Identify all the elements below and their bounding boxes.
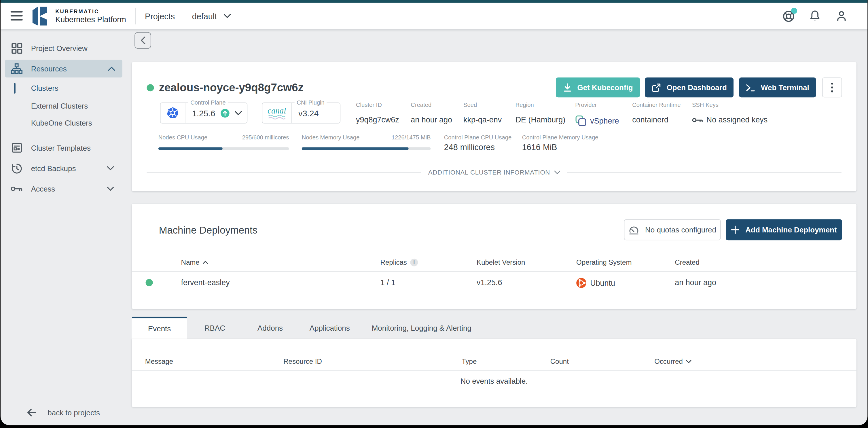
sort-ascending-icon <box>203 261 208 264</box>
info-value: y9q8g7cw6z <box>356 115 399 125</box>
column-header-occurred[interactable]: Occurred <box>654 357 692 366</box>
get-kubeconfig-button[interactable]: Get Kubeconfig <box>556 78 640 97</box>
sidebar-label: Resources <box>31 64 67 73</box>
os-label: Ubuntu <box>590 278 615 288</box>
usage-value: 1226/1475 MiB <box>392 134 431 141</box>
cell-replicas: 1 / 1 <box>380 278 395 287</box>
plus-icon <box>731 225 740 234</box>
button-label: Open Dashboard <box>667 83 727 92</box>
chevron-up-icon <box>108 66 115 71</box>
cell-name: fervent-easley <box>181 278 230 287</box>
hamburger-menu-button[interactable] <box>9 9 24 23</box>
info-provider: Provider vSphere <box>575 101 619 127</box>
cell-operating-system: Ubuntu <box>576 278 615 288</box>
info-value: containerd <box>632 115 681 125</box>
column-header-name[interactable]: Name <box>181 258 209 267</box>
external-link-icon <box>652 83 661 92</box>
column-header-kubelet-version: Kubelet Version <box>476 258 525 267</box>
canal-logo-text: canal <box>268 106 286 114</box>
column-header-created: Created <box>675 258 700 267</box>
version-dropdown-chevron[interactable] <box>235 110 242 115</box>
info-region: Region DE (Hamburg) <box>516 101 565 125</box>
key-icon <box>692 117 703 123</box>
column-header-replicas: Replicas i <box>380 258 418 267</box>
vertical-dots-icon <box>831 82 833 92</box>
chevron-down-icon <box>107 187 114 191</box>
tab-label: Events <box>148 324 171 333</box>
tab-rbac[interactable]: RBAC <box>187 317 243 339</box>
chevron-left-icon <box>140 36 146 45</box>
kubermatic-logo[interactable] <box>31 6 50 26</box>
sidebar-item-etcd-backups[interactable]: etcd Backups <box>1 159 127 177</box>
tab-applications[interactable]: Applications <box>298 317 362 339</box>
terminal-icon <box>746 83 755 92</box>
template-card-icon <box>11 142 23 153</box>
web-terminal-button[interactable]: Web Terminal <box>739 78 816 97</box>
sidebar-item-resources[interactable]: Resources <box>5 60 122 78</box>
back-button[interactable] <box>134 32 151 49</box>
bell-icon <box>808 9 822 23</box>
sidebar-item-access[interactable]: Access <box>1 180 127 198</box>
back-to-projects-link[interactable]: back to projects <box>1 406 127 419</box>
ubuntu-icon <box>576 278 586 288</box>
row-status-dot <box>146 279 153 286</box>
sidebar-label: Project Overview <box>31 44 88 53</box>
additional-cluster-information-toggle[interactable]: ADDITIONAL CLUSTER INFORMATION <box>147 167 841 177</box>
events-panel: Message Resource ID Type Count Occurred … <box>132 339 857 407</box>
column-header-message: Message <box>145 357 174 366</box>
additional-info-label: ADDITIONAL CLUSTER INFORMATION <box>428 169 550 175</box>
sidebar-label: Cluster Templates <box>31 144 91 152</box>
machine-deployments-card: Machine Deployments No quotas configured… <box>132 204 857 309</box>
info-value: vSphere <box>590 116 619 126</box>
tab-events[interactable]: Events <box>132 317 187 339</box>
info-value: DE (Hamburg) <box>516 115 565 125</box>
quota-status-button[interactable]: No quotas configured <box>624 219 720 240</box>
info-ssh-keys: SSH Keys No assigned keys <box>692 101 768 125</box>
gauge-icon <box>628 224 639 235</box>
canal-logo: canal <box>262 103 292 123</box>
control-plane-memory-value: 1616 MiB <box>522 142 557 152</box>
button-label: Get Kubeconfig <box>577 83 633 92</box>
column-header-operating-system: Operating System <box>576 258 631 267</box>
key-icon <box>11 185 23 193</box>
control-plane-label: Control Plane <box>188 98 228 106</box>
control-plane-version-control[interactable]: Control Plane 1.25.6 <box>160 102 248 124</box>
sidebar: Project Overview Resources Clusters Exte… <box>1 29 127 425</box>
info-icon: i <box>410 258 418 267</box>
info-value: No assigned keys <box>707 115 768 125</box>
add-machine-deployment-button[interactable]: Add Machine Deployment <box>726 219 842 240</box>
top-accent-strip <box>1 0 867 3</box>
progress-fill <box>302 147 409 150</box>
info-label: Container Runtime <box>632 101 681 109</box>
open-dashboard-button[interactable]: Open Dashboard <box>645 78 734 97</box>
table-divider <box>132 370 857 371</box>
support-menu-button[interactable] <box>781 9 796 23</box>
sidebar-item-cluster-templates[interactable]: Cluster Templates <box>1 139 127 157</box>
info-created: Created an hour ago <box>411 101 452 125</box>
cni-plugin-label: CNI Plugin <box>294 98 327 106</box>
nav-section-title: Projects <box>145 11 175 21</box>
notifications-button[interactable] <box>808 9 822 23</box>
column-header-count: Count <box>550 357 569 366</box>
info-label: SSH Keys <box>692 101 768 109</box>
column-label: Message <box>145 357 174 366</box>
tab-monitoring-logging-alerting[interactable]: Monitoring, Logging & Alerting <box>362 317 482 339</box>
machine-deployments-title: Machine Deployments <box>159 224 257 237</box>
sidebar-item-project-overview[interactable]: Project Overview <box>1 39 127 57</box>
nodes-memory-usage: Nodes Memory Usage 1226/1475 MiB <box>302 134 431 141</box>
info-label: Seed <box>463 101 502 109</box>
cell-kubelet-version: v1.25.6 <box>476 278 502 287</box>
project-selector[interactable]: default <box>192 11 231 21</box>
info-cluster-id: Cluster ID y9q8g7cw6z <box>356 101 399 125</box>
cluster-actions-menu-button[interactable] <box>822 78 842 97</box>
tab-addons[interactable]: Addons <box>243 317 298 339</box>
column-label: Kubelet Version <box>476 258 525 267</box>
chevron-down-icon <box>223 14 231 18</box>
nodes-cpu-progress-bar <box>158 147 289 150</box>
column-label: Resource ID <box>283 357 322 366</box>
user-menu-button[interactable] <box>834 9 849 23</box>
control-plane-cpu-value: 248 millicores <box>444 142 495 152</box>
column-header-type: Type <box>462 357 476 366</box>
grid-icon <box>11 42 23 54</box>
kubermatic-app: KUBERMATIC Kubernetes Platform Projects … <box>1 0 867 425</box>
